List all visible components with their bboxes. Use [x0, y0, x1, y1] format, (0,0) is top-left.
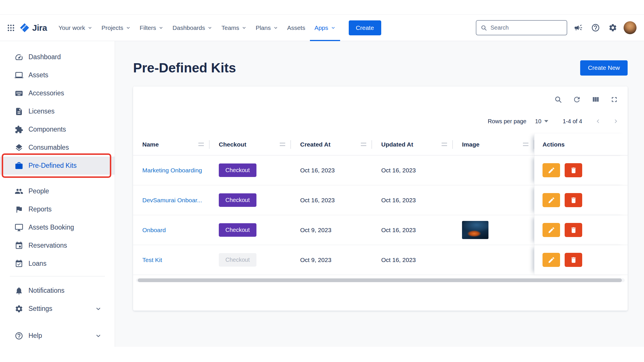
app-switcher-button[interactable] [5, 22, 17, 34]
table-refresh-button[interactable] [572, 95, 582, 104]
sidebar-item-licenses[interactable]: Licenses [0, 102, 115, 120]
column-header-label: Image [462, 141, 480, 148]
pencil-icon [548, 226, 555, 234]
cell-name: DevSamurai Onboar... [133, 185, 210, 215]
megaphone-icon [574, 23, 583, 32]
table-row: DevSamurai Onboar... Checkout Oct 16, 20… [133, 185, 628, 215]
user-avatar[interactable] [624, 21, 637, 34]
checkout-button[interactable]: Checkout [219, 163, 256, 177]
column-header-checkout[interactable]: Checkout [210, 134, 291, 155]
sidebar-item-notifications[interactable]: Notifications [0, 282, 115, 300]
edit-button[interactable] [543, 253, 560, 267]
sidebar-item-settings[interactable]: Settings [0, 300, 115, 318]
cell-checkout: Checkout [210, 245, 291, 275]
column-header-name[interactable]: Name [133, 134, 210, 155]
puzzle-icon [15, 125, 23, 134]
sidebar-item-consumables[interactable]: Consumables [0, 138, 115, 157]
cell-created-at: Oct 9, 2023 [291, 215, 372, 245]
help-button[interactable] [589, 22, 602, 34]
table-header-row: Name Checkout Created At [133, 134, 628, 155]
fullscreen-icon [610, 95, 618, 104]
delete-button[interactable] [565, 193, 582, 207]
pencil-icon [548, 256, 555, 264]
column-header-created-at[interactable]: Created At [291, 134, 372, 155]
nav-item-label: Projects [101, 24, 123, 31]
create-new-button[interactable]: Create New [580, 60, 628, 76]
cell-checkout: Checkout [210, 215, 291, 245]
rows-per-page-select[interactable]: 10 [535, 118, 548, 125]
next-page-button[interactable] [611, 116, 621, 126]
table-fullscreen-button[interactable] [609, 95, 619, 104]
table-search-button[interactable] [553, 95, 563, 104]
column-drag-handle-icon[interactable] [361, 143, 366, 146]
nav-item-your-work[interactable]: Your work [54, 15, 97, 41]
checkout-button[interactable]: Checkout [219, 193, 256, 207]
cell-name: Onboard [133, 215, 210, 245]
checkout-button[interactable]: Checkout [219, 223, 256, 237]
nav-item-apps[interactable]: Apps [310, 15, 340, 41]
column-drag-handle-icon[interactable] [280, 143, 285, 146]
sidebar-item-pre-defined-kits[interactable]: Pre-Defined Kits [0, 157, 115, 175]
delete-button[interactable] [565, 223, 582, 237]
chevron-down-icon [242, 26, 246, 30]
horizontal-scrollbar-thumb[interactable] [138, 278, 622, 282]
app-body: Dashboard Assets Accessories Licenses Co… [0, 41, 644, 347]
help-icon [591, 23, 600, 32]
edit-button[interactable] [543, 223, 560, 237]
gear-icon [15, 305, 23, 313]
column-drag-handle-icon[interactable] [198, 143, 204, 146]
cell-image [453, 155, 534, 185]
table-row: Test Kit Checkout Oct 9, 2023 Oct 16, 20… [133, 245, 628, 275]
create-button[interactable]: Create [349, 20, 381, 35]
sidebar-item-accessories[interactable]: Accessories [0, 84, 115, 102]
chevron-down-icon [95, 306, 101, 312]
delete-button[interactable] [565, 163, 582, 177]
refresh-icon [573, 95, 581, 104]
column-drag-handle-icon[interactable] [523, 143, 528, 146]
previous-page-button[interactable] [593, 116, 603, 126]
sidebar-item-reservations[interactable]: Reservations [0, 236, 115, 255]
sidebar-item-reports[interactable]: Reports [0, 200, 115, 218]
column-header-image[interactable]: Image [453, 134, 534, 155]
kits-table-card: Rows per page 10 1-4 of 4 [133, 86, 628, 311]
announcements-button[interactable] [572, 22, 584, 34]
sidebar-item-components[interactable]: Components [0, 120, 115, 138]
column-drag-handle-icon[interactable] [442, 143, 447, 146]
nav-item-projects[interactable]: Projects [97, 15, 135, 41]
cell-actions [534, 245, 628, 275]
edit-button[interactable] [543, 193, 560, 207]
nav-item-label: Your work [58, 24, 85, 31]
sidebar-item-people[interactable]: People [0, 182, 115, 200]
jira-logo-icon [20, 23, 30, 33]
chevron-down-icon [331, 26, 336, 30]
kit-name-link[interactable]: Marketing Onboarding [142, 167, 202, 174]
nav-item-teams[interactable]: Teams [217, 15, 251, 41]
global-search[interactable] [476, 20, 567, 35]
nav-item-label: Dashboards [172, 24, 205, 31]
sidebar-item-loans[interactable]: Loans [0, 255, 115, 273]
column-header-label: Name [142, 141, 159, 148]
sidebar-item-help[interactable]: Help [0, 327, 115, 345]
nav-item-plans[interactable]: Plans [251, 15, 283, 41]
column-header-updated-at[interactable]: Updated At [372, 134, 453, 155]
settings-button[interactable] [606, 22, 619, 34]
search-input[interactable] [490, 24, 563, 31]
sidebar-item-dashboard[interactable]: Dashboard [0, 48, 115, 66]
pencil-icon [548, 167, 555, 174]
delete-button[interactable] [565, 253, 582, 267]
sidebar-item-assets-booking[interactable]: Assets Booking [0, 218, 115, 236]
nav-item-dashboards[interactable]: Dashboards [168, 15, 217, 41]
table-toolbar [133, 86, 628, 104]
sidebar-item-assets[interactable]: Assets [0, 66, 115, 84]
cell-actions [534, 215, 628, 245]
nav-item-assets[interactable]: Assets [283, 15, 310, 41]
trash-icon [570, 197, 577, 204]
kit-image-thumbnail[interactable] [462, 221, 488, 239]
kit-name-link[interactable]: Test Kit [142, 257, 162, 263]
table-columns-button[interactable] [591, 95, 600, 104]
kit-name-link[interactable]: DevSamurai Onboar... [142, 197, 202, 204]
nav-item-filters[interactable]: Filters [135, 15, 168, 41]
edit-button[interactable] [543, 163, 560, 177]
jira-logo[interactable]: Jira [20, 23, 47, 33]
kit-name-link[interactable]: Onboard [142, 227, 166, 234]
